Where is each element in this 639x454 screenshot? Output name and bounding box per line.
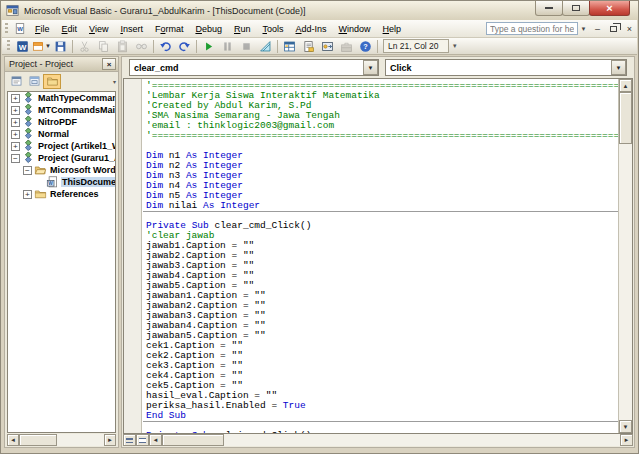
scroll-track[interactable]	[57, 434, 104, 446]
toggle-folders-button[interactable]	[43, 74, 61, 89]
code-line: Private Sub mulai_cmd_Click()	[146, 431, 618, 433]
toolbar-separator	[196, 40, 197, 53]
toolbar-options-icon[interactable]: ▾	[453, 42, 457, 50]
menu-tools[interactable]: Tools	[257, 22, 290, 36]
view-object-button[interactable]	[25, 74, 43, 89]
scroll-thumb[interactable]	[19, 434, 57, 446]
tree-item-microsoft-word-objects[interactable]: −Microsoft Word Objects	[8, 164, 115, 176]
save-button[interactable]	[51, 39, 70, 54]
menu-help[interactable]: Help	[377, 22, 408, 36]
insert-userform-button[interactable]: ▼	[32, 39, 51, 54]
object-browser-button[interactable]	[318, 39, 337, 54]
help-dropdown-icon[interactable]: ▼	[578, 22, 589, 35]
properties-window-button[interactable]	[299, 39, 318, 54]
procedure-dropdown[interactable]: Click ▼	[385, 59, 627, 76]
full-module-view-button[interactable]	[136, 434, 149, 446]
document-system-icon[interactable]	[14, 22, 26, 35]
break-button[interactable]	[218, 39, 237, 54]
tree-item-normal[interactable]: +Normal	[8, 128, 115, 140]
toolbar-grip[interactable]	[7, 40, 10, 52]
word-view-button[interactable]	[13, 39, 32, 54]
panel-options-icon[interactable]: ▾	[113, 78, 116, 85]
menu-debug[interactable]: Debug	[189, 22, 228, 36]
mdi-minimize-button[interactable]: –	[590, 22, 605, 36]
code-line: Private Sub clear_cmd_Click()	[146, 221, 618, 231]
word-icon	[16, 40, 29, 53]
code-line: End Sub	[146, 411, 618, 421]
undo-button[interactable]	[156, 39, 175, 54]
reset-button[interactable]	[237, 39, 256, 54]
menu-view[interactable]: View	[83, 22, 114, 36]
menu-format[interactable]: Format	[149, 22, 190, 36]
menu-insert[interactable]: Insert	[114, 22, 149, 36]
redo-button[interactable]	[175, 39, 194, 54]
procedure-view-button[interactable]	[123, 434, 136, 446]
toolbar-separator	[377, 40, 378, 53]
tree-item-references[interactable]: +References	[8, 188, 115, 200]
tree-item-label: NitroPDF	[37, 117, 78, 127]
toolbar-buttons: ▼	[13, 39, 375, 54]
expand-icon[interactable]: +	[11, 106, 20, 115]
menu-window[interactable]: Window	[333, 22, 377, 36]
cut-button[interactable]	[75, 39, 94, 54]
copy-button[interactable]	[94, 39, 113, 54]
scroll-thumb[interactable]	[162, 434, 224, 446]
collapse-icon[interactable]: −	[23, 166, 32, 175]
object-dropdown[interactable]: clear_cmd ▼	[129, 59, 379, 76]
menu-items: FileEditViewInsertFormatDebugRunToolsAdd…	[29, 22, 407, 36]
view-code-button[interactable]	[7, 74, 25, 89]
code-vscrollbar[interactable]: ▲ ▼	[618, 79, 632, 433]
code-text-area[interactable]: '=======================================…	[143, 79, 618, 433]
toolbox-icon	[340, 40, 353, 53]
project-panel-header[interactable]: Project - Project ×	[5, 57, 118, 72]
find-button[interactable]	[132, 39, 151, 54]
scroll-track[interactable]	[224, 434, 620, 446]
project-explorer-button[interactable]	[280, 39, 299, 54]
close-button[interactable]: ×	[589, 1, 630, 16]
toolbox-button[interactable]	[337, 39, 356, 54]
chevron-down-icon[interactable]: ▼	[611, 60, 626, 75]
tree-item-project-guraru1-abdul[interactable]: −Project (Guraru1_Abdul	[8, 152, 115, 164]
menu-add-ins[interactable]: Add-Ins	[290, 22, 333, 36]
tree-item-thisdocument[interactable]: ThisDocument	[8, 176, 115, 188]
menu-edit[interactable]: Edit	[56, 22, 84, 36]
expand-icon[interactable]: +	[11, 130, 20, 139]
expand-icon[interactable]: +	[23, 190, 32, 199]
expand-icon[interactable]: +	[11, 118, 20, 127]
collapse-icon[interactable]: −	[11, 154, 20, 163]
run-button[interactable]	[199, 39, 218, 54]
tree-item-mathtypecommands-m[interactable]: +MathTypeCommands (M	[8, 92, 115, 104]
scroll-left-icon[interactable]: ◄	[149, 434, 162, 446]
paste-button[interactable]	[113, 39, 132, 54]
maximize-button[interactable]	[562, 1, 590, 16]
expand-icon[interactable]: +	[11, 94, 20, 103]
menu-file[interactable]: File	[29, 22, 56, 36]
scroll-right-icon[interactable]: ►	[620, 434, 633, 446]
project-tree[interactable]: +MathTypeCommands (M+MTCommandsMain (Wor…	[7, 91, 116, 433]
scroll-right-icon[interactable]: ►	[104, 434, 116, 446]
project-panel-close-button[interactable]: ×	[102, 58, 116, 70]
form-icon	[32, 40, 44, 53]
folder-closed-icon	[34, 188, 47, 200]
scroll-left-icon[interactable]: ◄	[7, 434, 19, 446]
help-button[interactable]	[356, 39, 375, 54]
scroll-thumb[interactable]	[619, 92, 632, 144]
mdi-close-button[interactable]: ×	[622, 22, 637, 36]
title-bar[interactable]: Microsoft Visual Basic - Guraru1_AbdulKa…	[1, 1, 638, 20]
scroll-down-icon[interactable]: ▼	[619, 420, 632, 433]
design-mode-button[interactable]	[256, 39, 275, 54]
expand-icon[interactable]: +	[11, 142, 20, 151]
code-margin-bar[interactable]	[124, 79, 142, 433]
chevron-down-icon[interactable]: ▼	[363, 60, 378, 75]
scroll-up-icon[interactable]: ▲	[619, 79, 632, 92]
tree-item-project-artikel1-wordv[interactable]: +Project (Artikel1_WordV	[8, 140, 115, 152]
menubar-grip[interactable]	[5, 23, 8, 35]
tree-item-mtcommandsmain-wor[interactable]: +MTCommandsMain (Wor	[8, 104, 115, 116]
tree-item-nitropdf[interactable]: +NitroPDF	[8, 116, 115, 128]
project-icon	[22, 116, 35, 128]
minimize-button[interactable]	[535, 1, 563, 16]
mdi-restore-button[interactable]	[606, 22, 621, 36]
project-panel-hscrollbar[interactable]: ◄ ►	[7, 434, 116, 446]
menu-run[interactable]: Run	[228, 22, 257, 36]
help-search-input[interactable]	[486, 22, 578, 35]
